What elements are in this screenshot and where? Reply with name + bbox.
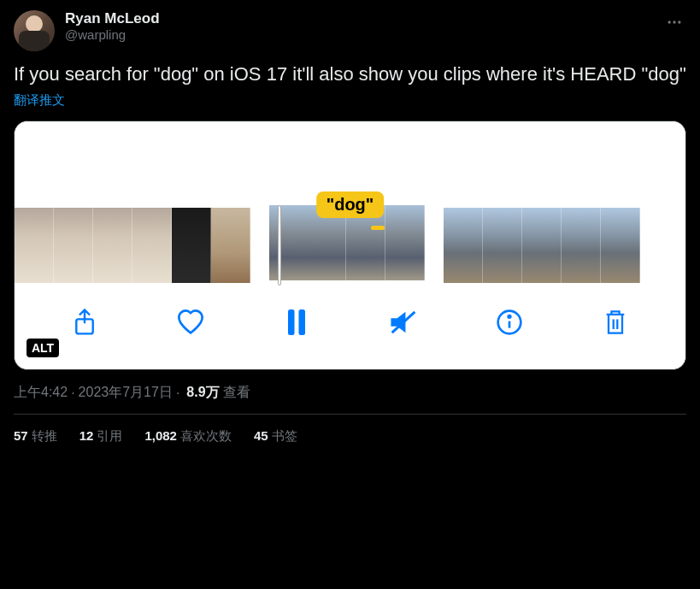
clip-thumbnail xyxy=(522,208,562,283)
clip-group-3 xyxy=(444,208,640,283)
clip-thumbnail xyxy=(54,208,93,283)
svg-point-2 xyxy=(678,21,680,23)
svg-point-0 xyxy=(668,21,671,23)
mute-button[interactable] xyxy=(389,308,418,337)
clip-thumbnail xyxy=(562,208,601,283)
like-button[interactable] xyxy=(176,308,205,337)
clip-thumbnail xyxy=(93,208,132,283)
more-button[interactable] xyxy=(662,10,686,34)
share-icon xyxy=(72,308,97,337)
playhead-scrubber[interactable] xyxy=(278,205,281,286)
trash-icon xyxy=(603,309,627,336)
tweet-time[interactable]: 上午4:42 xyxy=(14,384,68,402)
quotes-label: 引用 xyxy=(97,428,122,443)
likes-stat[interactable]: 1,082喜欢次数 xyxy=(144,428,232,445)
share-button[interactable] xyxy=(70,308,99,337)
clip-thumbnail xyxy=(385,205,425,280)
dot-separator: · xyxy=(176,386,179,401)
clip-thumbnail xyxy=(483,208,522,283)
clip-thumbnail xyxy=(211,208,250,283)
translate-link[interactable]: 翻译推文 xyxy=(14,92,65,109)
likes-count: 1,082 xyxy=(144,428,177,443)
clip-thumbnail xyxy=(172,208,211,283)
clip-thumbnail xyxy=(15,208,54,283)
retweets-stat[interactable]: 57转推 xyxy=(14,428,57,445)
svg-point-1 xyxy=(673,21,675,23)
clip-thumbnail xyxy=(601,208,640,283)
info-button[interactable] xyxy=(495,308,524,337)
bookmarks-label: 书签 xyxy=(272,428,297,443)
retweets-label: 转推 xyxy=(32,428,57,443)
tweet-stats: 57转推 12引用 1,082喜欢次数 45书签 xyxy=(14,415,686,458)
clip-thumbnail xyxy=(269,205,309,280)
clip-thumbnail xyxy=(444,208,483,283)
mute-icon xyxy=(389,309,418,335)
display-name[interactable]: Ryan McLeod xyxy=(65,10,160,27)
video-filmstrip[interactable] xyxy=(15,207,685,284)
handle[interactable]: @warpling xyxy=(65,27,160,42)
clip-thumbnail xyxy=(132,208,172,283)
user-info: Ryan McLeod @warpling xyxy=(65,10,160,42)
svg-rect-5 xyxy=(299,309,306,335)
pause-icon xyxy=(285,309,308,335)
avatar[interactable] xyxy=(14,10,55,51)
quotes-stat[interactable]: 12引用 xyxy=(79,428,123,445)
views-label: 查看 xyxy=(223,384,250,402)
bookmarks-count: 45 xyxy=(254,428,268,443)
retweets-count: 57 xyxy=(14,428,28,443)
pause-button[interactable] xyxy=(282,308,311,337)
tweet-header: Ryan McLeod @warpling xyxy=(14,10,686,51)
search-term-badge: "dog" xyxy=(316,191,385,218)
info-icon xyxy=(496,309,523,336)
likes-label: 喜欢次数 xyxy=(180,428,232,443)
heart-icon xyxy=(176,309,205,335)
tweet-meta: 上午4:42 · 2023年7月17日 · 8.9万 查看 xyxy=(14,384,686,415)
views-count[interactable]: 8.9万 xyxy=(186,384,219,402)
alt-badge[interactable]: ALT xyxy=(26,339,59,357)
clip-group-1 xyxy=(15,208,250,283)
tweet-text: If you search for "dog" on iOS 17 it'll … xyxy=(14,62,686,87)
scrubber-marker xyxy=(371,226,385,230)
svg-rect-4 xyxy=(288,309,295,335)
quotes-count: 12 xyxy=(79,428,94,443)
tweet-date[interactable]: 2023年7月17日 xyxy=(79,384,173,402)
bookmarks-stat[interactable]: 45书签 xyxy=(254,428,297,445)
media-toolbar xyxy=(15,284,685,369)
tweet: Ryan McLeod @warpling If you search for … xyxy=(0,0,700,468)
svg-point-8 xyxy=(508,315,510,318)
media-attachment[interactable]: "dog" xyxy=(14,121,686,370)
trash-button[interactable] xyxy=(601,308,630,337)
more-icon xyxy=(666,14,683,31)
dot-separator: · xyxy=(71,386,74,401)
